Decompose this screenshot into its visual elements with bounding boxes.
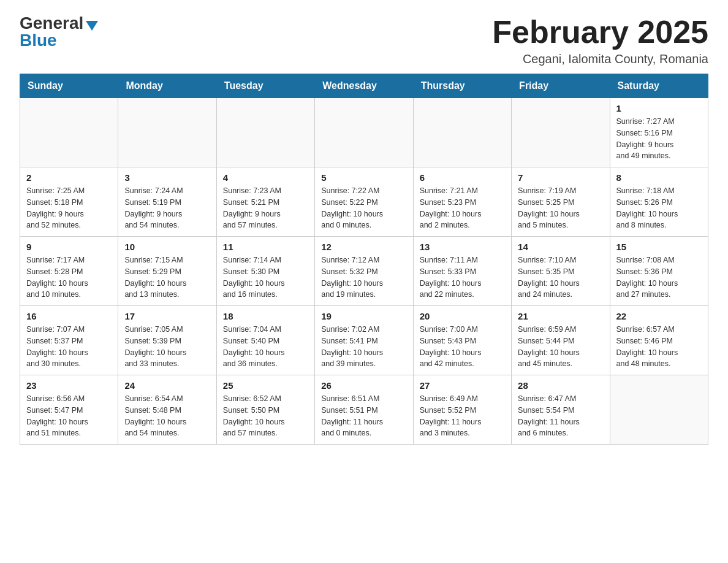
calendar-cell-week1-day0 — [20, 98, 118, 167]
day-number: 13 — [420, 242, 505, 252]
day-number: 4 — [223, 172, 308, 183]
weekday-header-tuesday: Tuesday — [216, 74, 314, 98]
day-info: Sunrise: 7:23 AMSunset: 5:21 PMDaylight:… — [223, 185, 308, 231]
day-info: Sunrise: 6:47 AMSunset: 5:54 PMDaylight:… — [518, 393, 603, 439]
calendar-cell-week3-day0: 9Sunrise: 7:17 AMSunset: 5:28 PMDaylight… — [20, 237, 118, 306]
day-number: 23 — [26, 380, 112, 391]
calendar-cell-week3-day4: 13Sunrise: 7:11 AMSunset: 5:33 PMDayligh… — [413, 237, 511, 306]
calendar-cell-week2-day5: 7Sunrise: 7:19 AMSunset: 5:25 PMDaylight… — [512, 167, 610, 237]
day-info: Sunrise: 7:15 AMSunset: 5:29 PMDaylight:… — [124, 255, 210, 301]
day-info: Sunrise: 7:22 AMSunset: 5:22 PMDaylight:… — [321, 185, 406, 231]
day-number: 22 — [616, 311, 702, 321]
day-number: 5 — [321, 172, 406, 183]
calendar-header: SundayMondayTuesdayWednesdayThursdayFrid… — [20, 74, 708, 98]
calendar-cell-week2-day1: 3Sunrise: 7:24 AMSunset: 5:19 PMDaylight… — [118, 167, 216, 237]
calendar-week-4: 16Sunrise: 7:07 AMSunset: 5:37 PMDayligh… — [20, 306, 708, 375]
day-number: 20 — [420, 311, 505, 321]
day-number: 26 — [321, 380, 406, 391]
day-number: 16 — [26, 311, 112, 321]
calendar-body: 1Sunrise: 7:27 AMSunset: 5:16 PMDaylight… — [20, 98, 708, 445]
day-info: Sunrise: 7:11 AMSunset: 5:33 PMDaylight:… — [420, 255, 505, 301]
calendar-cell-week3-day5: 14Sunrise: 7:10 AMSunset: 5:35 PMDayligh… — [512, 237, 610, 306]
day-info: Sunrise: 7:08 AMSunset: 5:36 PMDaylight:… — [616, 255, 702, 301]
page-header: General Blue February 2025 Cegani, Ialom… — [20, 15, 708, 66]
day-info: Sunrise: 6:54 AMSunset: 5:48 PMDaylight:… — [124, 393, 210, 439]
day-info: Sunrise: 7:14 AMSunset: 5:30 PMDaylight:… — [223, 255, 308, 301]
calendar-cell-week1-day4 — [413, 98, 511, 167]
day-number: 21 — [518, 311, 603, 321]
day-number: 11 — [223, 242, 308, 252]
day-number: 19 — [321, 311, 406, 321]
day-number: 6 — [420, 172, 505, 183]
day-number: 1 — [616, 103, 702, 113]
logo-triangle-icon — [86, 21, 98, 31]
day-info: Sunrise: 6:51 AMSunset: 5:51 PMDaylight:… — [321, 393, 406, 439]
logo: General Blue — [20, 15, 98, 49]
day-info: Sunrise: 7:18 AMSunset: 5:26 PMDaylight:… — [616, 185, 702, 231]
calendar-week-1: 1Sunrise: 7:27 AMSunset: 5:16 PMDaylight… — [20, 98, 708, 167]
calendar-cell-week1-day3 — [315, 98, 413, 167]
calendar-cell-week4-day0: 16Sunrise: 7:07 AMSunset: 5:37 PMDayligh… — [20, 306, 118, 375]
calendar-cell-week2-day4: 6Sunrise: 7:21 AMSunset: 5:23 PMDaylight… — [413, 167, 511, 237]
calendar-cell-week2-day0: 2Sunrise: 7:25 AMSunset: 5:18 PMDaylight… — [20, 167, 118, 237]
weekday-header-wednesday: Wednesday — [315, 74, 413, 98]
calendar-cell-week2-day6: 8Sunrise: 7:18 AMSunset: 5:26 PMDaylight… — [610, 167, 708, 237]
day-info: Sunrise: 7:21 AMSunset: 5:23 PMDaylight:… — [420, 185, 505, 231]
weekday-header-friday: Friday — [512, 74, 610, 98]
calendar-cell-week3-day1: 10Sunrise: 7:15 AMSunset: 5:29 PMDayligh… — [118, 237, 216, 306]
calendar-cell-week3-day2: 11Sunrise: 7:14 AMSunset: 5:30 PMDayligh… — [216, 237, 314, 306]
day-number: 18 — [223, 311, 308, 321]
calendar-cell-week5-day3: 26Sunrise: 6:51 AMSunset: 5:51 PMDayligh… — [315, 375, 413, 445]
logo-general: General — [20, 15, 83, 32]
calendar-cell-week4-day6: 22Sunrise: 6:57 AMSunset: 5:46 PMDayligh… — [610, 306, 708, 375]
calendar-cell-week1-day2 — [216, 98, 314, 167]
calendar-cell-week1-day6: 1Sunrise: 7:27 AMSunset: 5:16 PMDaylight… — [610, 98, 708, 167]
calendar-cell-week5-day4: 27Sunrise: 6:49 AMSunset: 5:52 PMDayligh… — [413, 375, 511, 445]
day-number: 24 — [124, 380, 210, 391]
day-number: 28 — [518, 380, 603, 391]
day-info: Sunrise: 7:05 AMSunset: 5:39 PMDaylight:… — [124, 324, 210, 370]
calendar-week-5: 23Sunrise: 6:56 AMSunset: 5:47 PMDayligh… — [20, 375, 708, 445]
day-info: Sunrise: 6:59 AMSunset: 5:44 PMDaylight:… — [518, 324, 603, 370]
weekday-header-monday: Monday — [118, 74, 216, 98]
day-number: 8 — [616, 172, 702, 183]
day-number: 15 — [616, 242, 702, 252]
calendar-week-3: 9Sunrise: 7:17 AMSunset: 5:28 PMDaylight… — [20, 237, 708, 306]
title-block: February 2025 Cegani, Ialomita County, R… — [492, 15, 708, 66]
day-info: Sunrise: 7:10 AMSunset: 5:35 PMDaylight:… — [518, 255, 603, 301]
calendar-cell-week5-day0: 23Sunrise: 6:56 AMSunset: 5:47 PMDayligh… — [20, 375, 118, 445]
calendar-title: February 2025 — [492, 15, 708, 50]
weekday-header-sunday: Sunday — [20, 74, 118, 98]
day-info: Sunrise: 6:49 AMSunset: 5:52 PMDaylight:… — [420, 393, 505, 439]
weekday-header-row: SundayMondayTuesdayWednesdayThursdayFrid… — [20, 74, 708, 98]
day-info: Sunrise: 6:57 AMSunset: 5:46 PMDaylight:… — [616, 324, 702, 370]
day-number: 25 — [223, 380, 308, 391]
day-number: 3 — [124, 172, 210, 183]
day-info: Sunrise: 7:24 AMSunset: 5:19 PMDaylight:… — [124, 185, 210, 231]
calendar-subtitle: Cegani, Ialomita County, Romania — [492, 52, 708, 66]
day-number: 27 — [420, 380, 505, 391]
calendar-cell-week4-day5: 21Sunrise: 6:59 AMSunset: 5:44 PMDayligh… — [512, 306, 610, 375]
weekday-header-thursday: Thursday — [413, 74, 511, 98]
calendar-cell-week3-day3: 12Sunrise: 7:12 AMSunset: 5:32 PMDayligh… — [315, 237, 413, 306]
day-number: 10 — [124, 242, 210, 252]
day-info: Sunrise: 7:07 AMSunset: 5:37 PMDaylight:… — [26, 324, 112, 370]
calendar-cell-week4-day1: 17Sunrise: 7:05 AMSunset: 5:39 PMDayligh… — [118, 306, 216, 375]
day-number: 14 — [518, 242, 603, 252]
day-number: 9 — [26, 242, 112, 252]
calendar-cell-week4-day4: 20Sunrise: 7:00 AMSunset: 5:43 PMDayligh… — [413, 306, 511, 375]
day-number: 2 — [26, 172, 112, 183]
calendar-cell-week5-day6 — [610, 375, 708, 445]
day-number: 12 — [321, 242, 406, 252]
day-info: Sunrise: 7:25 AMSunset: 5:18 PMDaylight:… — [26, 185, 112, 231]
calendar-cell-week5-day2: 25Sunrise: 6:52 AMSunset: 5:50 PMDayligh… — [216, 375, 314, 445]
calendar-cell-week1-day1 — [118, 98, 216, 167]
day-info: Sunrise: 7:02 AMSunset: 5:41 PMDaylight:… — [321, 324, 406, 370]
calendar-week-2: 2Sunrise: 7:25 AMSunset: 5:18 PMDaylight… — [20, 167, 708, 237]
day-info: Sunrise: 7:27 AMSunset: 5:16 PMDaylight:… — [616, 116, 702, 162]
day-info: Sunrise: 7:04 AMSunset: 5:40 PMDaylight:… — [223, 324, 308, 370]
calendar-cell-week2-day3: 5Sunrise: 7:22 AMSunset: 5:22 PMDaylight… — [315, 167, 413, 237]
calendar-cell-week1-day5 — [512, 98, 610, 167]
calendar-cell-week4-day3: 19Sunrise: 7:02 AMSunset: 5:41 PMDayligh… — [315, 306, 413, 375]
calendar-cell-week5-day1: 24Sunrise: 6:54 AMSunset: 5:48 PMDayligh… — [118, 375, 216, 445]
